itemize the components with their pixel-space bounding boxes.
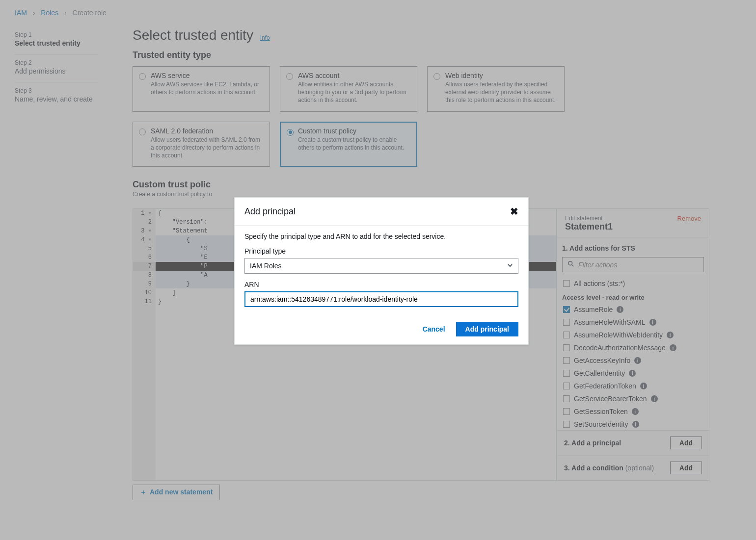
principal-type-label: Principal type — [244, 247, 518, 255]
arn-input[interactable] — [244, 291, 518, 307]
close-icon[interactable]: ✖ — [510, 206, 518, 217]
arn-label: ARN — [244, 281, 518, 288]
chevron-down-icon — [507, 262, 513, 270]
modal-title: Add principal — [244, 206, 296, 217]
select-value: IAM Roles — [250, 262, 282, 270]
add-principal-button[interactable]: Add principal — [456, 322, 518, 336]
add-principal-modal: Add principal ✖ Specify the principal ty… — [234, 197, 529, 345]
modal-desc: Specify the principal type and ARN to ad… — [244, 232, 518, 240]
cancel-button[interactable]: Cancel — [418, 322, 450, 336]
principal-type-select[interactable]: IAM Roles — [244, 258, 518, 274]
